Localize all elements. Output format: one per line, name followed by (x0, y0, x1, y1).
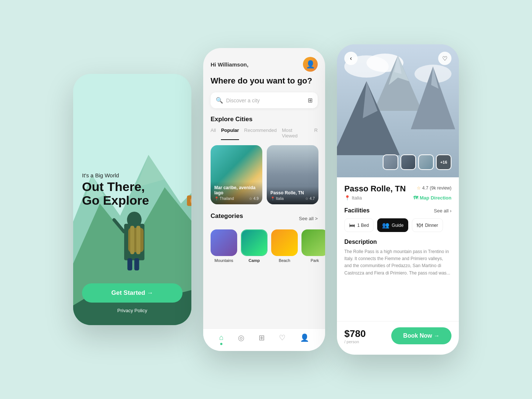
place-rating: ☆ 4.7 (9k review) (417, 185, 451, 191)
phone-2: Hi Williamson, 👤 Where do you want to go… (203, 48, 325, 351)
place-name: Passo Rolle, TN (344, 184, 406, 194)
svg-rect-10 (136, 226, 140, 254)
map-icon: 🗺 (413, 195, 418, 201)
rating-value: 4.7 (422, 185, 429, 191)
user-avatar[interactable]: 👤 (303, 57, 318, 72)
price-amount: $780 (344, 328, 366, 340)
nav-home[interactable]: ⌂ (219, 333, 224, 342)
explore-cities-title: Explore Cities (211, 116, 318, 123)
facility-bed-label: 1 Bed (357, 223, 369, 228)
city-card-2[interactable]: Passo Rolle, TN 📍 Italia ☆ 4.7 (267, 145, 318, 204)
compass-icon: ◎ (238, 333, 244, 342)
privacy-policy-link[interactable]: Privacy Policy (82, 308, 183, 313)
cat-mountains-label: Mountains (215, 258, 233, 263)
phone1-subtitle: It's a Big World (82, 172, 183, 178)
description-text: The Rolle Pass is a high mountain pass i… (344, 248, 451, 277)
svg-rect-12 (127, 258, 132, 270)
city-card-1-location: 📍 Thailand (214, 197, 234, 201)
cat-camp-label: Camp (249, 258, 260, 263)
tab-r[interactable]: R (314, 127, 318, 140)
city-card-1-rating: ☆ 4.9 (249, 197, 259, 201)
phone-3: ‹ ♡ +16 Passo Rolle, TN ☆ 4.7 (9k review… (337, 44, 459, 355)
price-block: $780 / person (344, 328, 366, 344)
search-icon: 🔍 (216, 97, 223, 104)
city-card-2-meta: 📍 Italia ☆ 4.7 (270, 197, 315, 201)
thumb-1[interactable] (383, 154, 398, 170)
facility-bed[interactable]: 🛏 1 Bed (344, 218, 374, 232)
facility-guide[interactable]: 👥 Guide (377, 218, 408, 232)
location-pin-icon: 📍 (344, 195, 350, 201)
city-card-2-location: 📍 Italia (270, 197, 284, 201)
nav-profile[interactable]: 👤 (300, 333, 309, 342)
tab-popular[interactable]: Popular (221, 127, 239, 140)
book-now-button[interactable]: Book Now → (391, 327, 451, 344)
cat-camp[interactable]: Camp (241, 229, 267, 263)
city-card-2-name: Passo Rolle, TN (270, 190, 315, 195)
cat-park-img (301, 229, 325, 256)
thumb-more[interactable]: +16 (436, 154, 451, 170)
phone1-text-content: It's a Big World Out There, Go Explore (73, 165, 191, 208)
facilities-see-all[interactable]: See all › (434, 208, 451, 214)
facility-dinner-label: Dinner (425, 223, 438, 228)
svg-point-7 (127, 212, 141, 228)
city-cards-list: Mar caribe, avenida lago 📍 Thailand ☆ 4.… (211, 145, 318, 204)
map-direction-label: Map Direction (420, 195, 451, 201)
per-person-label: / person (344, 340, 366, 344)
cat-mountains-img (211, 229, 237, 256)
city-card-2-rating: ☆ 4.7 (305, 197, 315, 201)
cat-mountains[interactable]: Mountains (211, 229, 237, 263)
cat-beach[interactable]: Beach (271, 229, 298, 263)
filter-icon[interactable]: ⊞ (308, 97, 313, 104)
search-bar[interactable]: 🔍 Discover a city ⊞ (211, 92, 318, 108)
nav-favorites[interactable]: ♡ (279, 333, 286, 342)
bottom-navigation: ⌂ ◎ ⊞ ♡ 👤 (203, 328, 325, 351)
review-count: (9k review) (430, 185, 451, 191)
facility-dinner[interactable]: 🍽 Dinner (412, 218, 443, 232)
facilities-list: 🛏 1 Bed 👥 Guide 🍽 Dinner (344, 218, 451, 232)
categories-header: Categories See all > (211, 212, 318, 224)
cat-camp-img (241, 229, 267, 256)
thumb-3[interactable] (418, 154, 434, 170)
cat-park[interactable]: Park (301, 229, 325, 263)
search-question: Where do you want to go? (211, 76, 318, 86)
hero-controls: ‹ ♡ (337, 44, 459, 72)
back-button[interactable]: ‹ (344, 52, 358, 65)
thumb-2[interactable] (400, 154, 416, 170)
place-location: 📍 Italia (344, 195, 362, 201)
city-card-1[interactable]: Mar caribe, avenida lago 📍 Thailand ☆ 4.… (211, 145, 262, 204)
city-card-2-overlay: Passo Rolle, TN 📍 Italia ☆ 4.7 (267, 187, 318, 204)
place-meta: 📍 Italia 🗺 Map Direction (344, 195, 451, 201)
place-header: Passo Rolle, TN ☆ 4.7 (9k review) (344, 184, 451, 194)
tab-all[interactable]: All (211, 127, 216, 140)
phone-1: It's a Big World Out There, Go Explore G… (73, 74, 191, 325)
facilities-header: Facilities See all › (344, 207, 451, 214)
search-placeholder: Discover a city (226, 98, 305, 103)
phone1-bottom: Get Started → Privacy Policy (73, 283, 191, 325)
description-title: Description (344, 239, 451, 245)
favorite-button[interactable]: ♡ (438, 52, 451, 65)
home-icon: ⌂ (219, 333, 224, 342)
tab-most-viewed[interactable]: Most Viewed (282, 127, 309, 140)
greeting-text: Hi Williamson, (211, 61, 248, 68)
get-started-button[interactable]: Get Started → (82, 283, 183, 303)
dinner-icon: 🍽 (417, 222, 423, 229)
guide-icon: 👥 (382, 222, 389, 229)
location-name: Italia (352, 195, 362, 201)
see-all-categories[interactable]: See all > (299, 216, 318, 221)
cat-beach-label: Beach (279, 258, 290, 263)
facility-guide-label: Guide (392, 223, 403, 228)
star-icon: ☆ (417, 185, 421, 191)
cat-beach-img (271, 229, 298, 256)
tab-recommended[interactable]: Recommended (244, 127, 277, 140)
bed-icon: 🛏 (349, 222, 355, 229)
person-icon: 👤 (300, 333, 309, 342)
phone3-footer: $780 / person Book Now → (337, 321, 459, 355)
nav-explore[interactable]: ◎ (238, 333, 244, 342)
map-direction-link[interactable]: 🗺 Map Direction (413, 195, 451, 201)
svg-rect-13 (134, 258, 139, 270)
hero-thumbnails: +16 (383, 154, 451, 170)
phone2-main: Hi Williamson, 👤 Where do you want to go… (203, 48, 325, 328)
nav-grid[interactable]: ⊞ (259, 333, 265, 342)
city-card-1-name: Mar caribe, avenida lago (214, 185, 259, 195)
facilities-title: Facilities (344, 207, 369, 214)
